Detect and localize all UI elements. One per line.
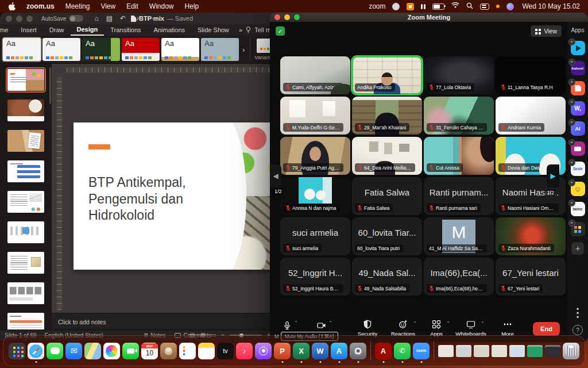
dock-launchpad-icon[interactable] xyxy=(9,343,25,359)
dock-excel-icon[interactable]: X xyxy=(293,343,310,359)
zoom-app-grid-icon[interactable]: + xyxy=(571,222,585,236)
control-center-icon[interactable] xyxy=(480,3,489,10)
menu-view[interactable]: View xyxy=(100,2,115,10)
dock-podcasts-icon[interactable] xyxy=(255,343,272,359)
participant-tile-andika-prakoso[interactable]: Andika Prakoso xyxy=(352,56,422,94)
zoom-fullscreen-button[interactable] xyxy=(294,14,300,20)
menu-zoom-us[interactable]: zoom.us xyxy=(26,2,55,10)
participant-tile-64-dea-arini-meilia-p[interactable]: 64_Dea Arini Meilia P... xyxy=(352,137,422,175)
dock-minimized-window[interactable] xyxy=(527,345,543,357)
theme-card-2[interactable]: Aa xyxy=(42,38,80,61)
video-options-chevron-icon[interactable]: ˆ xyxy=(330,321,331,326)
audio-options-chevron-icon[interactable]: ˆ xyxy=(295,321,297,326)
help-icon[interactable]: ? xyxy=(572,325,583,335)
previous-page-arrow[interactable]: ◀ xyxy=(270,164,281,187)
menu-clock[interactable]: Wed 10 May 15.02 xyxy=(522,2,580,10)
participant-tile-31-ferolin-cahaya-yu[interactable]: 31_Ferolin Cahaya Yu... xyxy=(424,97,494,135)
spotlight-search-icon[interactable] xyxy=(466,2,473,11)
participant-tile-suci-armelia[interactable]: suci armeliasuci armelia xyxy=(280,217,350,255)
dock-photos-icon[interactable] xyxy=(103,343,120,359)
participant-tile-annisa-n-dan-najma[interactable]: Annisa N dan najma xyxy=(280,177,350,215)
ppt-tab-design[interactable]: Design xyxy=(71,24,105,36)
menu-help[interactable]: Help xyxy=(185,2,199,10)
slide-thumbnail-6[interactable] xyxy=(7,221,44,243)
dock-minimized-window[interactable] xyxy=(438,345,454,357)
participant-tile-77-lola-oktavia[interactable]: 77_Lola Oktavia xyxy=(424,56,494,94)
zoom-app-camera-icon[interactable]: + xyxy=(571,141,585,156)
zoom-reactions-button[interactable]: ˆ Reactions xyxy=(385,320,421,337)
meeting-info-shield-icon[interactable]: ✓ xyxy=(276,26,285,36)
slide-thumbnail-2[interactable] xyxy=(7,99,44,121)
zoom-app-ai-icon[interactable]: +AI xyxy=(571,121,585,136)
dock-minimized-window[interactable] xyxy=(545,345,560,357)
participant-tile-11-lanna-tasya-r-h[interactable]: 11_Lanna Tasya R.H xyxy=(496,56,566,94)
zoom-app-smiley-icon[interactable]: +☺ xyxy=(571,182,585,196)
next-page-arrow[interactable]: ▶ xyxy=(547,164,559,187)
dock-music-icon[interactable]: ♪ xyxy=(236,343,253,359)
dock-safari-icon[interactable] xyxy=(28,343,44,359)
ppt-tab-animations[interactable]: Animations xyxy=(148,25,191,35)
dock-mail-icon[interactable]: ✉ xyxy=(65,343,82,359)
save-icon[interactable]: ▤ xyxy=(106,15,113,22)
ppt-close-button[interactable] xyxy=(6,16,12,22)
chevron-up-icon[interactable]: ˆ xyxy=(482,321,483,327)
slide-thumbnail-1[interactable] xyxy=(7,69,44,91)
theme-card-1[interactable]: Aa xyxy=(3,38,41,61)
menu-edit[interactable]: Edit xyxy=(126,2,138,10)
dock-facetime-icon[interactable] xyxy=(122,343,139,359)
theme-card-3[interactable]: Aa xyxy=(82,38,120,61)
dock-appstore-icon[interactable]: A xyxy=(331,343,347,359)
wifi-icon[interactable] xyxy=(451,2,459,10)
participant-tile-52-inggrit-haura-bal[interactable]: 52_Inggrit H...52_Inggrit Haura Bal... xyxy=(280,258,350,296)
participant-tile-andriani-kurnia[interactable]: Andriani Kurnia xyxy=(496,97,566,135)
zoom-more-button[interactable]: More xyxy=(489,320,526,337)
participant-tile-zaza-nurahmadanti[interactable]: Zaza Nurahmadanti xyxy=(496,217,566,255)
participant-tile-cut-anissa[interactable]: Cut Anissa xyxy=(424,137,494,175)
theme-card-4[interactable]: Aa xyxy=(122,38,160,61)
participant-tile-41-m-al-haffidz-sa-sag[interactable]: M41_M Al Haffidz Sa Sag... xyxy=(424,217,494,255)
theme-card-5[interactable]: Aa xyxy=(161,38,199,61)
zoom-close-button[interactable] xyxy=(274,14,280,20)
chevron-up-icon[interactable]: ˆ xyxy=(414,321,416,327)
dock-calendar-icon[interactable]: MAY10 xyxy=(141,343,158,359)
participant-tile-ranti-purnama-sari[interactable]: Ranti purnam...Ranti purnama sari xyxy=(424,177,494,215)
participant-tile-49-nada-salsabilla[interactable]: 49_Nada Sal...49_Nada Salsabilla xyxy=(352,258,422,296)
zoom-app-twine-icon[interactable]: +twine xyxy=(571,202,585,216)
battery-icon[interactable] xyxy=(432,3,444,10)
dock-trash-icon[interactable] xyxy=(563,343,579,359)
participant-tile-29-mar-ah-khairani[interactable]: 29_Mar'ah Khairani xyxy=(352,97,422,135)
end-meeting-button[interactable]: End xyxy=(533,322,560,336)
slide-thumbnail-4[interactable] xyxy=(7,160,44,182)
dock-messages-icon[interactable] xyxy=(47,343,63,359)
menu-meeting[interactable]: Meeting xyxy=(65,2,90,10)
ppt-tab-transitions[interactable]: Transitions xyxy=(104,25,147,35)
slide-thumbnail-9[interactable] xyxy=(7,313,44,330)
dock-word-icon[interactable]: W xyxy=(312,343,328,359)
slide-thumbnail-7[interactable] xyxy=(7,252,44,274)
dock-reminders-icon[interactable] xyxy=(179,343,196,359)
mute-button[interactable]: ˆ xyxy=(283,321,297,330)
ppt-minimize-button[interactable] xyxy=(16,16,22,22)
zoom-app-blob-icon[interactable]: + xyxy=(571,81,585,95)
participant-tile-67-yeni-lestari[interactable]: 67_Yeni lestari67_Yeni lestari xyxy=(496,258,566,296)
zoom-app-wordwall-icon[interactable]: +W, xyxy=(571,101,585,116)
participant-tile-fatia-salwa[interactable]: Fatia SalwaFatia Salwa xyxy=(352,177,422,215)
slide-thumbnail-5[interactable] xyxy=(7,191,44,213)
slide-thumbnail-8[interactable] xyxy=(7,282,44,304)
dock-minimized-window[interactable] xyxy=(492,345,507,357)
screen-record-icon[interactable] xyxy=(407,3,414,10)
add-app-button[interactable]: + xyxy=(571,242,584,255)
participant-tile-ima-66-eca-68-hen[interactable]: Ima(66),Eca(...Ima(66),Eca(68),hen... xyxy=(424,258,494,296)
dock-settings-icon[interactable] xyxy=(350,343,366,359)
dock-acrobat-icon[interactable]: A xyxy=(375,343,392,359)
view-button[interactable]: View xyxy=(531,25,562,37)
ppt-tab-insert[interactable]: Insert xyxy=(14,25,43,35)
participant-tile-79-anggia-putri-agus[interactable]: 79_Anggia Putri Agus... xyxy=(280,137,350,175)
apple-menu-icon[interactable] xyxy=(8,2,16,11)
dock-zoom-app-icon[interactable]: zoom xyxy=(413,343,430,359)
dock-contacts-icon[interactable] xyxy=(160,343,177,359)
airpods-icon[interactable] xyxy=(421,4,425,9)
theme-card-6[interactable]: Aa xyxy=(201,38,239,61)
dock-maps-icon[interactable] xyxy=(84,343,101,359)
zoom-app-sesh-icon[interactable]: +Sesh xyxy=(571,162,585,176)
